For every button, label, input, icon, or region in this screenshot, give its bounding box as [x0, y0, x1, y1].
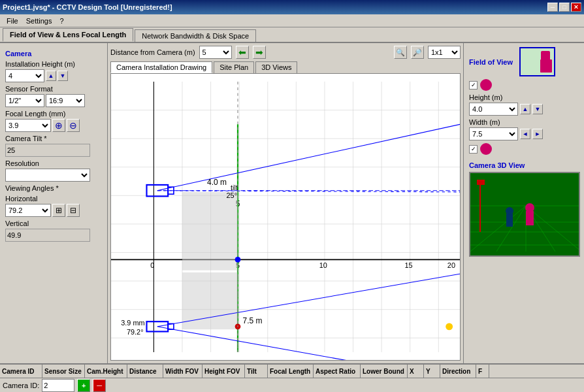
th-f: F — [476, 365, 489, 378]
tab-fov[interactable]: Field of View & Lens Focal Length — [3, 28, 133, 42]
zoom-in-button[interactable]: 🔍 — [394, 46, 407, 59]
menu-settings[interactable]: Settings — [22, 16, 56, 26]
fov-width-checkbox[interactable]: ✓ — [469, 145, 478, 154]
height-label: Height (m) — [469, 93, 579, 101]
fov-height-down[interactable]: ▼ — [532, 104, 543, 114]
svg-text:4.0 m: 4.0 m — [207, 178, 227, 187]
focal-plus-button[interactable]: ⊕ — [52, 119, 65, 132]
sensor-format-row: 1/2" 16:9 — [5, 94, 102, 107]
th-camera-id: Camera ID — [0, 365, 42, 378]
svg-rect-65 — [526, 211, 534, 225]
drawing-tab-camera[interactable]: Camera Installation Drawing — [110, 61, 212, 73]
vertical-row: 49.9 — [5, 229, 102, 242]
maximize-button[interactable]: □ — [559, 3, 570, 12]
svg-text:15: 15 — [404, 261, 412, 269]
main-content: Camera Installation Height (m) 4 ▲ ▼ Sen… — [0, 43, 584, 363]
svg-point-48 — [446, 323, 453, 330]
th-focal-length: Focal Length — [268, 365, 314, 378]
camera-tilt-row: 25 — [5, 144, 102, 157]
table-area: Camera ID Sensor Size Cam.Height Distanc… — [0, 363, 584, 378]
aspect-ratio-select[interactable]: 16:9 — [46, 94, 85, 107]
sensor-format-label: Sensor Format — [5, 85, 102, 93]
installation-height-row: 4 ▲ ▼ — [5, 69, 102, 82]
svg-point-66 — [525, 203, 534, 212]
menu-help[interactable]: ? — [56, 16, 67, 26]
svg-text:79.2°: 79.2° — [127, 328, 144, 336]
horizontal-row: 79.2 ⊞ ⊟ — [5, 204, 102, 217]
window-title: Project1.jvsg* - CCTV Design Tool [Unreg… — [3, 3, 172, 11]
distance-label: Distance from Camera (m) — [110, 48, 195, 56]
close-button[interactable]: ✕ — [571, 3, 581, 12]
resolution-row — [5, 169, 102, 182]
svg-text:7.5 m: 7.5 m — [243, 316, 263, 325]
vertical-input: 49.9 — [5, 229, 90, 242]
window-controls: ─ □ ✕ — [547, 3, 581, 12]
fov-height-checkbox[interactable]: ✓ — [469, 81, 478, 90]
sensor-format-select[interactable]: 1/2" — [5, 94, 44, 107]
camera-id-input[interactable] — [42, 379, 74, 392]
fov-width-left[interactable]: ◄ — [520, 129, 530, 139]
zoom-out-button[interactable]: 🔎 — [411, 46, 424, 59]
drawing-tab-site[interactable]: Site Plan — [214, 61, 254, 73]
svg-rect-63 — [506, 214, 513, 227]
minimize-button[interactable]: ─ — [547, 3, 558, 12]
focal-length-row: 3.9 ⊕ ⊖ — [5, 119, 102, 132]
installation-height-select[interactable]: 4 — [5, 69, 44, 82]
right-panel: Field of View ✓ Height (m) 4.0 ▲ ▼ Width… — [463, 43, 584, 363]
add-camera-button[interactable]: + — [77, 379, 90, 392]
width-field-row: 7.5 ◄ ► — [469, 127, 579, 140]
menu-bar: File Settings ? — [0, 14, 584, 27]
main-tabs: Field of View & Lens Focal Length Networ… — [0, 27, 584, 43]
zoom-select[interactable]: 1x1 — [428, 46, 461, 59]
resolution-select[interactable] — [5, 169, 90, 182]
horizontal-select[interactable]: 79.2 — [5, 204, 51, 217]
canvas-container[interactable]: 0 5 10 15 20 5 — [110, 73, 461, 361]
svg-line-35 — [157, 124, 460, 190]
width-label: Width (m) — [469, 118, 579, 126]
th-height-fov: Height FOV — [203, 365, 245, 378]
menu-file[interactable]: File — [3, 16, 22, 26]
camera-id-label: Camera ID: — [3, 382, 39, 389]
distance-select[interactable]: 5 — [199, 46, 232, 59]
drawing-tabs: Camera Installation Drawing Site Plan 3D… — [110, 61, 461, 73]
fov-height-up[interactable]: ▲ — [520, 104, 530, 114]
height-down-button[interactable]: ▼ — [57, 71, 68, 81]
viewing-angles-label: Viewing Angles * — [5, 184, 102, 192]
focal-minus-button[interactable]: ⊖ — [67, 119, 80, 132]
svg-rect-29 — [182, 192, 238, 270]
svg-line-44 — [157, 327, 460, 360]
focal-length-select[interactable]: 3.9 — [5, 119, 51, 132]
fov-height-select[interactable]: 4.0 — [469, 103, 518, 116]
svg-text:0: 0 — [150, 261, 154, 269]
svg-text:10: 10 — [319, 261, 327, 269]
bottom-toolbar: Camera ID: + ─ — [0, 378, 584, 392]
camera-tilt-label: Camera Tilt * — [5, 135, 102, 142]
camera-tilt-input[interactable]: 25 — [5, 144, 90, 157]
title-bar: Project1.jvsg* - CCTV Design Tool [Unreg… — [0, 0, 584, 14]
remove-camera-button[interactable]: ─ — [93, 379, 106, 392]
compress-button[interactable]: ⊟ — [67, 204, 80, 217]
svg-text:tilt: tilt — [231, 184, 238, 191]
th-sensor-size: Sensor Size — [42, 365, 85, 378]
expand-button[interactable]: ⊞ — [52, 204, 65, 217]
fov-width-right[interactable]: ► — [532, 129, 543, 139]
camera-section-title: Camera — [5, 50, 102, 57]
svg-point-46 — [235, 257, 241, 263]
tab-network[interactable]: Network Bandwidth & Disk Space — [135, 29, 256, 42]
fov-width-select[interactable]: 7.5 — [469, 127, 518, 140]
th-x: X — [408, 365, 424, 378]
distance-row: Distance from Camera (m) 5 ⬅ ➡ 🔍 🔎 1x1 — [110, 46, 461, 59]
installation-height-label: Installation Height (m) — [5, 60, 102, 68]
svg-text:3.9 mm: 3.9 mm — [121, 319, 144, 327]
th-cam-height: Cam.Height — [85, 365, 127, 378]
arrow-left-button[interactable]: ⬅ — [236, 46, 249, 59]
arrow-right-button[interactable]: ➡ — [253, 46, 266, 59]
svg-text:20: 20 — [447, 261, 455, 269]
canvas-svg: 0 5 10 15 20 5 — [111, 74, 460, 360]
resolution-label: Resolution — [5, 159, 102, 167]
camera-3d-view — [469, 172, 580, 257]
th-direction: Direction — [440, 365, 476, 378]
height-up-button[interactable]: ▲ — [46, 71, 56, 81]
drawing-tab-3d[interactable]: 3D Views — [255, 61, 297, 73]
camera-3d-label: Camera 3D View — [469, 161, 579, 169]
